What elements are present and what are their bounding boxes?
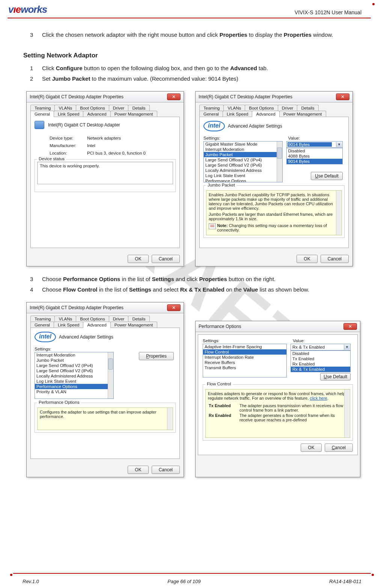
list-item[interactable]: Gigabit Master Slave Mode xyxy=(204,141,282,147)
step-number: 3 xyxy=(30,274,35,285)
scrollbar[interactable] xyxy=(108,352,113,399)
list-item[interactable]: 4088 Bytes xyxy=(287,153,342,159)
settings-listbox[interactable]: Interrupt Moderation Jumbo Packet Large … xyxy=(35,352,114,399)
properties-button[interactable]: Properties xyxy=(139,352,174,360)
tab-link-speed[interactable]: Link Speed xyxy=(54,111,84,117)
cancel-button[interactable]: Cancel xyxy=(152,466,180,474)
list-item[interactable]: Locally Administered Address xyxy=(35,373,113,379)
settings-listbox[interactable]: Adaptive Inter-Frame Spacing Flow Contro… xyxy=(203,344,287,377)
note-icon xyxy=(209,223,216,229)
scrollbar[interactable] xyxy=(344,389,350,438)
list-item[interactable]: Receive Buffers xyxy=(203,360,286,365)
tab-details[interactable]: Details xyxy=(128,316,149,322)
list-item[interactable]: Large Send Offload V2 (IPv4) xyxy=(35,363,113,368)
tab-vlans[interactable]: VLANs xyxy=(54,105,76,111)
dialog-title: Intel(R) Gigabit CT Desktop Adapter Prop… xyxy=(199,94,292,99)
list-item[interactable]: Rx Enabled xyxy=(291,361,350,367)
tab-boot-options[interactable]: Boot Options xyxy=(76,105,109,111)
list-item[interactable]: Disabled xyxy=(291,351,350,356)
value-combobox[interactable]: Rx & Tx Enabled ▼ xyxy=(291,344,351,350)
tab-vlans[interactable]: VLANs xyxy=(54,316,76,322)
value-label: Value: xyxy=(288,136,345,140)
tab-teaming[interactable]: Teaming xyxy=(30,316,55,322)
tab-general[interactable]: General xyxy=(30,111,54,117)
ok-button[interactable]: OK xyxy=(297,255,317,263)
list-item[interactable]: Rx & Tx Enabled xyxy=(291,367,350,372)
list-item[interactable]: Adaptive Inter-Frame Spacing xyxy=(203,344,286,349)
tab-boot-options[interactable]: Boot Options xyxy=(245,105,278,111)
list-item[interactable]: Interrupt Moderation xyxy=(204,147,282,152)
list-item[interactable]: Jumbo Packet xyxy=(35,358,113,363)
list-item[interactable]: Jumbo Packet xyxy=(204,152,282,157)
settings-label: Settings: xyxy=(203,136,283,140)
list-item[interactable]: Flow Control xyxy=(203,349,286,355)
use-default-button[interactable]: Use Default xyxy=(311,172,343,180)
cancel-button[interactable]: Cancel xyxy=(152,255,180,263)
decor-dot xyxy=(372,574,374,576)
list-item[interactable]: Log Link State Event xyxy=(35,379,113,384)
list-item[interactable]: Interrupt Moderation Rate xyxy=(203,355,286,360)
list-item[interactable]: Log Link State Event xyxy=(204,173,282,178)
tab-power-management[interactable]: Power Management xyxy=(110,111,157,117)
cancel-button[interactable]: Cancel xyxy=(325,444,353,452)
step-number: 2 xyxy=(30,74,35,84)
list-item[interactable]: Performance Options xyxy=(204,178,282,182)
value-dropdown-open[interactable]: Disabled Tx Enabled Rx Enabled Rx & Tx E… xyxy=(291,350,351,372)
list-item[interactable]: Priority & VLAN xyxy=(35,389,113,394)
step-number: 1 xyxy=(30,63,35,74)
close-icon[interactable]: ✕ xyxy=(336,93,349,100)
cancel-button[interactable]: Cancel xyxy=(321,255,349,263)
close-icon[interactable]: ✕ xyxy=(167,304,181,311)
ok-button[interactable]: OK xyxy=(128,466,148,474)
click-here-link[interactable]: click here xyxy=(310,396,327,400)
list-item[interactable]: Disabled xyxy=(287,148,342,153)
use-default-button[interactable]: Use Default xyxy=(320,373,351,380)
settings-label: Settings: xyxy=(35,347,114,351)
close-icon[interactable]: ✕ xyxy=(167,93,181,100)
close-icon[interactable]: ✕ xyxy=(343,323,357,330)
page-footer: Rev.1.0 Page 66 of 109 RA14-14B-011 xyxy=(0,579,384,584)
tab-details[interactable]: Details xyxy=(297,105,318,111)
tab-driver[interactable]: Driver xyxy=(109,105,129,111)
advanced-header: Advanced Adapter Settings xyxy=(59,334,113,340)
intel-logo-icon: intel xyxy=(35,332,56,342)
list-item[interactable]: Transmit Buffers xyxy=(203,365,286,370)
tab-details[interactable]: Details xyxy=(128,105,149,111)
list-item[interactable]: Tx Enabled xyxy=(291,356,350,361)
scrollbar[interactable] xyxy=(336,191,342,235)
list-item[interactable]: 9014 Bytes xyxy=(287,159,342,164)
settings-listbox[interactable]: Gigabit Master Slave Mode Interrupt Mode… xyxy=(203,141,283,182)
tab-link-speed[interactable]: Link Speed xyxy=(54,322,84,328)
tab-driver[interactable]: Driver xyxy=(278,105,298,111)
tab-general[interactable]: General xyxy=(30,322,54,328)
value-combobox[interactable]: 9014 Bytes ▼ xyxy=(286,141,343,148)
list-item[interactable]: Large Send Offload V2 (IPv6) xyxy=(204,162,282,168)
tab-vlans[interactable]: VLANs xyxy=(223,105,245,111)
list-item[interactable]: Large Send Offload V2 (IPv4) xyxy=(204,157,282,162)
scrollbar[interactable] xyxy=(167,408,173,430)
tab-power-management[interactable]: Power Management xyxy=(279,111,326,117)
list-item[interactable]: Performance Options xyxy=(35,384,113,389)
tab-boot-options[interactable]: Boot Options xyxy=(76,316,109,322)
device-status-label: Device status xyxy=(37,156,66,161)
tab-link-speed[interactable]: Link Speed xyxy=(223,111,253,117)
chevron-down-icon[interactable]: ▼ xyxy=(336,142,342,147)
footer-rule xyxy=(13,573,371,574)
tab-general[interactable]: General xyxy=(199,111,223,117)
decor-dot xyxy=(10,574,12,576)
tab-driver[interactable]: Driver xyxy=(109,316,129,322)
list-item[interactable]: Locally Administered Address xyxy=(204,168,282,173)
list-item[interactable]: Interrupt Moderation xyxy=(35,352,113,358)
tab-teaming[interactable]: Teaming xyxy=(30,105,55,111)
chevron-down-icon[interactable]: ▼ xyxy=(344,344,350,350)
tab-power-management[interactable]: Power Management xyxy=(110,322,157,328)
tab-advanced[interactable]: Advanced xyxy=(83,322,110,328)
scrollbar[interactable] xyxy=(277,141,282,182)
tab-teaming[interactable]: Teaming xyxy=(199,105,224,111)
ok-button[interactable]: OK xyxy=(128,255,148,263)
tab-advanced[interactable]: Advanced xyxy=(252,111,279,117)
ok-button[interactable]: OK xyxy=(301,444,321,452)
list-item[interactable]: Large Send Offload V2 (IPv6) xyxy=(35,368,113,373)
value-dropdown-open[interactable]: Disabled 4088 Bytes 9014 Bytes xyxy=(286,148,343,164)
tab-advanced[interactable]: Advanced xyxy=(83,111,110,117)
